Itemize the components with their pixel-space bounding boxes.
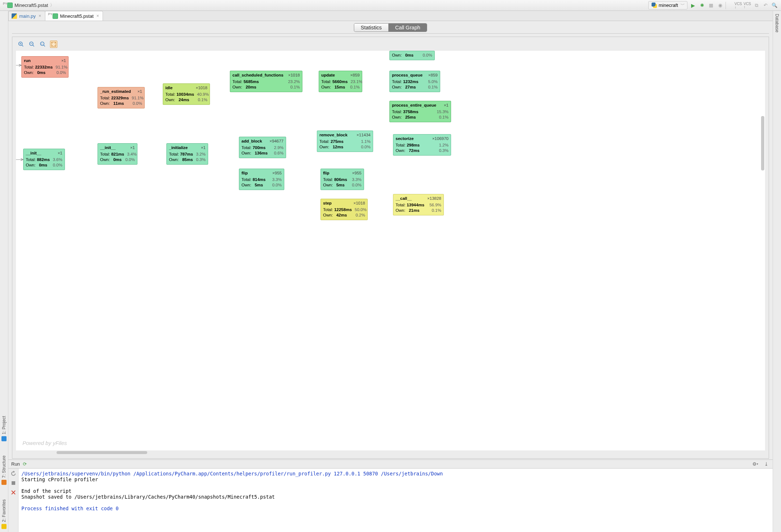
debug-button[interactable]: ✺ [698, 2, 706, 9]
horizontal-scrollbar[interactable] [16, 450, 765, 455]
run-button[interactable]: ▶ [689, 2, 697, 9]
python-file-icon [12, 13, 17, 19]
breadcrumb-file: Minecraft5.pstat [15, 3, 48, 8]
watermark: Powered by yFiles [22, 440, 67, 446]
run-tool-window: Run ⟳ ⚙︎▾ ⤓ /Users/jetbrains/supervenv/b… [8, 459, 773, 532]
run-config-name: minecraft [659, 3, 678, 8]
rerun-button[interactable] [11, 471, 16, 477]
profiler-view-segmented: Statistics Call Graph [354, 23, 427, 32]
pstat-file-icon [53, 13, 58, 19]
svg-line-1 [22, 45, 23, 46]
call-graph-canvas[interactable]: run×1Total: 22332ms91.1%Own: 0ms0.0%_run… [16, 51, 765, 450]
zoom-out-button[interactable] [28, 41, 36, 48]
tool-tab-structure[interactable]: 7: Structure [1, 455, 7, 485]
run-gutter [8, 469, 18, 532]
tab-statistics[interactable]: Statistics [354, 24, 388, 32]
favorites-icon [1, 524, 7, 529]
project-icon [1, 436, 7, 441]
vcs-commit-button[interactable]: VCS↑ [744, 2, 751, 9]
stop-button[interactable] [11, 480, 16, 486]
close-button[interactable] [11, 490, 16, 495]
close-icon[interactable]: × [96, 13, 100, 18]
chevron-right-icon: 〉 [50, 2, 54, 8]
structure-icon [1, 480, 7, 485]
svg-line-8 [44, 45, 45, 46]
undo-button[interactable]: ↶ [762, 2, 769, 9]
console-output[interactable]: /Users/jetbrains/supervenv/bin/python /A… [18, 469, 773, 532]
right-tool-gutter: Database [773, 11, 781, 532]
fit-content-button[interactable] [50, 41, 57, 48]
chevron-down-icon: 〉 [679, 3, 685, 8]
tab-call-graph[interactable]: Call Graph [388, 24, 427, 32]
zoom-reset-button[interactable]: 1 [39, 41, 46, 48]
close-icon[interactable]: × [38, 13, 42, 18]
vcs-update-button[interactable]: VCS↓ [735, 2, 742, 9]
zoom-in-button[interactable] [17, 41, 25, 48]
editor-tabs: main.py × PY Minecraft5.pstat × [8, 11, 773, 21]
run-config-selector[interactable]: minecraft 〉 [648, 1, 687, 9]
svg-line-5 [33, 45, 34, 46]
navigation-bar: PY Minecraft5.pstat 〉 minecraft 〉 ▶ ✺ ▦ … [0, 0, 781, 11]
export-icon[interactable]: ⤓ [763, 461, 770, 468]
editor-tab-pstat[interactable]: PY Minecraft5.pstat × [45, 11, 103, 21]
editor-tab-mainpy[interactable]: main.py × [8, 11, 45, 21]
settings-icon[interactable]: ⚙︎▾ [752, 461, 759, 468]
search-everywhere-button[interactable]: 🔍 [771, 2, 778, 9]
profile-button[interactable]: ◉ [716, 2, 724, 9]
run-panel-title: Run [11, 461, 20, 467]
tool-tab-favorites[interactable]: 2: Favorites [1, 499, 7, 529]
svg-text:1: 1 [41, 43, 43, 45]
run-process-icon: ⟳ [23, 461, 27, 467]
tool-tab-database[interactable]: Database [774, 14, 780, 32]
svg-rect-11 [12, 481, 15, 485]
tool-tab-project[interactable]: 1: Project [1, 416, 7, 441]
profiler-pane: Statistics Call Graph 1 run×1Total: 2233… [8, 21, 773, 459]
python-icon [652, 3, 657, 8]
breadcrumb[interactable]: PY Minecraft5.pstat 〉 [3, 2, 54, 8]
vertical-scrollbar[interactable] [761, 116, 764, 170]
vcs-history-button[interactable]: ⧉ [753, 2, 760, 9]
run-coverage-button[interactable]: ▦ [707, 2, 715, 9]
graph-toolbar: 1 [16, 41, 765, 51]
separator [726, 2, 733, 9]
left-tool-gutter: 1: Project 7: Structure 2: Favorites [0, 11, 8, 532]
pstat-file-icon [7, 3, 13, 8]
